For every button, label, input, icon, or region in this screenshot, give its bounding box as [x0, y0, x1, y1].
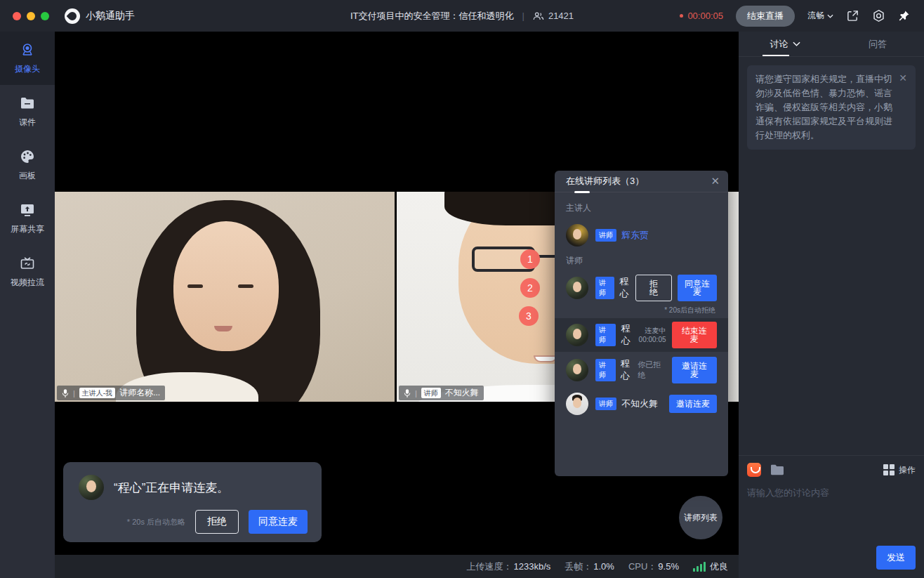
close-icon[interactable]: ✕	[711, 175, 720, 188]
network-quality: 优良	[693, 560, 728, 573]
annotation-marker-1: 1	[520, 249, 540, 269]
tab-label: 讨论	[770, 38, 788, 51]
app-name: 小鹅通助手	[86, 10, 135, 22]
palette-icon	[19, 148, 36, 165]
teacher-badge: 讲师	[595, 229, 616, 242]
courseware-folder-icon	[19, 95, 36, 112]
avatar	[566, 324, 588, 346]
accept-mic-button[interactable]: 同意连麦	[249, 510, 308, 534]
chat-tabs: 讨论 问答	[739, 32, 924, 57]
label-divider: |	[415, 389, 417, 398]
teacher-name: 不知火舞	[621, 398, 658, 410]
cpu-usage-label: CPU：	[628, 560, 656, 573]
cpu-usage-value: 9.5%	[658, 561, 679, 572]
sidebar-item-label: 课件	[19, 117, 36, 129]
sidebar-item-camera[interactable]: 摄像头	[0, 32, 55, 85]
screen-share-icon	[19, 202, 36, 218]
chat-panel: 讨论 问答 请您遵守国家相关规定，直播中切勿涉及低俗色情、暴力恐怖、谣言诈骗、侵…	[739, 32, 924, 578]
sidebar-item-courseware[interactable]: 课件	[0, 85, 55, 138]
end-mic-button[interactable]: 结束连麦	[672, 322, 717, 348]
annotation-marker-2: 2	[520, 278, 540, 298]
sidebar-item-screen-share[interactable]: 屏幕共享	[0, 192, 55, 245]
role-badge: 主讲人-我	[79, 388, 115, 398]
goods-icon[interactable]	[747, 463, 761, 477]
sidebar-item-whiteboard[interactable]: 画板	[0, 138, 55, 192]
folder-icon[interactable]	[770, 464, 785, 476]
mic-request-card: “程心”正在申请连麦。 * 20s 后自动忽略 拒绝 同意连麦	[63, 462, 322, 542]
mic-status-text: 连麦中	[639, 326, 666, 335]
app-brand: 小鹅通助手	[65, 8, 135, 24]
viewers-icon	[533, 11, 544, 21]
minimize-window-button[interactable]	[27, 12, 35, 20]
label-divider: |	[73, 389, 75, 398]
pin-button[interactable]	[898, 10, 910, 22]
teacher-badge: 讲师	[595, 324, 616, 346]
end-live-button[interactable]: 结束直播	[736, 6, 795, 27]
teacher-list-fab[interactable]: 讲师列表	[679, 496, 722, 539]
reject-mic-button[interactable]: 拒绝	[635, 275, 672, 301]
teacher-panel-body: 主讲人 讲师 辉东贾 讲师 讲师 程心 拒绝 同意连麦 * 20s后自动拒绝 讲…	[555, 192, 728, 421]
video-pull-icon	[19, 255, 36, 272]
teacher-name: 程心	[621, 322, 638, 348]
row-actions: 拒绝 同意连麦	[635, 275, 717, 301]
chevron-down-icon	[827, 14, 833, 18]
mic-icon	[404, 388, 411, 398]
live-title-group: IT交付项目中的安全管理：信任和透明化 | 21421	[350, 10, 574, 22]
pin-icon	[898, 10, 910, 22]
teacher-row: 讲师 程心 拒绝 同意连麦	[562, 271, 721, 305]
mic-icon	[62, 388, 69, 398]
stream-status-bar: 上传速度： 1233kb/s 丢帧： 1.0% CPU： 9.5% 优良	[55, 555, 739, 578]
chat-input[interactable]	[747, 487, 916, 546]
invite-mic-button[interactable]: 邀请连麦	[672, 357, 717, 383]
video-feed-host: | 主讲人-我 讲师名称...	[55, 192, 395, 402]
teacher-badge: 讲师	[595, 398, 616, 410]
tab-discussion[interactable]: 讨论	[739, 32, 831, 56]
host-name[interactable]: 辉东贾	[621, 229, 649, 242]
video-name-label: | 主讲人-我 讲师名称...	[57, 386, 165, 400]
mic-request-text: “程心”正在申请连麦。	[114, 480, 229, 496]
tab-label: 问答	[869, 38, 887, 51]
host-section-label: 主讲人	[566, 202, 721, 214]
teacher-name: 程心	[619, 275, 635, 301]
avatar	[566, 277, 588, 299]
accept-mic-button[interactable]: 同意连麦	[678, 275, 717, 301]
portrait-decoration	[187, 284, 203, 288]
tab-qa[interactable]: 问答	[831, 32, 924, 56]
avatar	[566, 359, 588, 381]
app-logo-icon	[65, 8, 80, 24]
sidebar: 摄像头 课件 画板 屏幕共享 视频拉流	[0, 32, 55, 578]
chat-input-zone: 操作 发送	[739, 455, 924, 578]
grid-icon	[883, 464, 895, 475]
viewer-count: 21421	[548, 11, 574, 21]
close-icon[interactable]: ✕	[899, 72, 907, 143]
dropped-frames-label: 丢帧：	[565, 560, 592, 573]
reject-mic-button[interactable]: 拒绝	[195, 510, 239, 534]
share-button[interactable]	[846, 9, 859, 22]
portrait-decoration	[534, 355, 557, 362]
annotation-marker-3: 3	[519, 306, 539, 326]
send-button[interactable]: 发送	[876, 546, 916, 570]
auto-reject-note: * 20s后自动拒绝	[562, 306, 715, 315]
maximize-window-button[interactable]	[41, 12, 49, 20]
avatar	[566, 393, 588, 415]
quality-selector[interactable]: 流畅	[807, 10, 833, 22]
portrait-decoration	[238, 284, 253, 288]
upload-speed-label: 上传速度：	[467, 560, 513, 573]
sidebar-item-video-pull[interactable]: 视频拉流	[0, 245, 55, 298]
network-quality-value: 优良	[710, 560, 728, 573]
upload-speed: 上传速度： 1233kb/s	[467, 560, 551, 573]
close-window-button[interactable]	[13, 12, 21, 20]
settings-icon	[872, 9, 885, 22]
mic-status: 连麦中 00:00:05	[639, 326, 666, 344]
video-name-label: | 讲师 不知火舞	[399, 386, 484, 400]
camera-icon	[19, 41, 36, 58]
row-actions: 邀请连麦	[669, 395, 717, 413]
settings-button[interactable]	[872, 9, 885, 22]
teacher-badge: 讲师	[595, 277, 614, 299]
chat-message-area	[739, 158, 924, 455]
avatar	[566, 224, 588, 247]
invite-mic-button[interactable]: 邀请连麦	[669, 395, 717, 413]
avatar	[79, 475, 104, 500]
chat-input-toolbar: 操作	[747, 463, 916, 477]
actions-menu-button[interactable]: 操作	[883, 464, 916, 476]
